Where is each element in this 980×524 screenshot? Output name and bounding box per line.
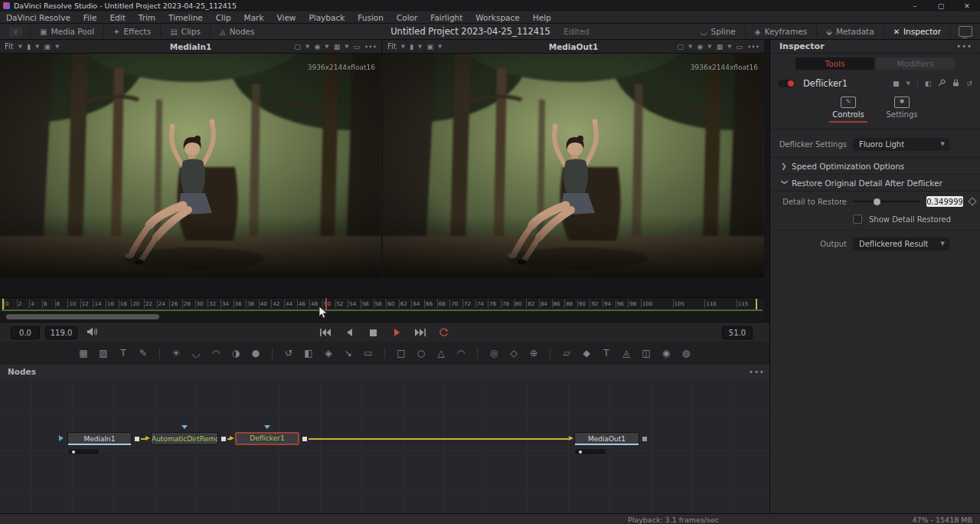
step-back-button[interactable]	[341, 326, 358, 339]
menu-trim[interactable]: Trim	[139, 13, 155, 22]
tool-merge-3d-icon[interactable]: ◬	[620, 348, 633, 359]
section-restore-detail[interactable]: ❯ Restore Original Detail After Deflicke…	[770, 175, 980, 192]
toolbar-button-effects[interactable]: ✦Effects	[104, 27, 160, 36]
toolbar-button-inspector[interactable]: ✕Inspector	[884, 27, 950, 36]
timeline-scrollbar[interactable]	[6, 314, 159, 319]
tool-tracker-icon[interactable]: ◎	[488, 348, 501, 359]
menu-color[interactable]: Color	[397, 13, 417, 22]
tool-merge-icon[interactable]: ◧	[302, 348, 315, 359]
menu-davinci-resolve[interactable]: DaVinci Resolve	[6, 13, 70, 22]
menu-clip[interactable]: Clip	[216, 13, 231, 22]
menu-timeline[interactable]: Timeline	[168, 13, 203, 22]
section-speed-optimization[interactable]: ❯ Speed Optimization Options	[770, 157, 980, 175]
menu-mark[interactable]: Mark	[244, 13, 264, 22]
toolbar-button-keyframes[interactable]: ◈Keyframes	[746, 27, 816, 36]
range-start-marker[interactable]	[2, 299, 4, 309]
lock-icon[interactable]	[952, 79, 959, 88]
node-automaticdirtremov[interactable]: AutomaticDirtRemov...	[151, 432, 218, 445]
subview-icon[interactable]: ▣	[44, 43, 51, 51]
tool-color-tool-icon[interactable]: ●	[250, 348, 263, 359]
interface-toggle-icon[interactable]: ∨	[9, 27, 22, 37]
nodes-options-icon[interactable]: •••	[749, 368, 765, 376]
stop-button[interactable]	[364, 326, 381, 339]
keyframe-diamond-icon[interactable]	[968, 197, 976, 205]
tool-polygon-mask-icon[interactable]: △	[435, 348, 448, 359]
maximize-button[interactable]: ▢	[928, 2, 954, 10]
minimize-button[interactable]: –	[902, 2, 928, 10]
menu-fairlight[interactable]: Fairlight	[430, 13, 462, 22]
menu-fusion[interactable]: Fusion	[358, 13, 384, 22]
viewer-image-media-in[interactable]: 3936x2144xfloat16	[0, 54, 381, 277]
close-button[interactable]: ✕	[954, 2, 980, 10]
node-output-square[interactable]	[221, 437, 226, 441]
menu-file[interactable]: File	[83, 13, 97, 22]
subtab-settings[interactable]: ✱ Settings	[882, 97, 922, 119]
show-detail-restored-checkbox[interactable]	[853, 215, 862, 224]
zoom-fit-dropdown[interactable]: Fit	[387, 42, 397, 51]
menu-playback[interactable]: Playback	[309, 13, 345, 22]
node-status-pill[interactable]	[67, 448, 100, 455]
tool-loader-icon[interactable]: ↺	[283, 348, 296, 359]
dual-screen-icon[interactable]	[959, 26, 972, 37]
roi-icon[interactable]: ▢	[294, 43, 301, 51]
menu-help[interactable]: Help	[533, 13, 551, 22]
viewer-options-icon[interactable]: •••	[747, 43, 760, 51]
tool-resize-icon[interactable]: ↘	[342, 348, 355, 359]
inspector-options-icon[interactable]: •••	[956, 42, 972, 51]
tool-ellipse-mask-icon[interactable]: ○	[415, 348, 428, 359]
menu-workspace[interactable]: Workspace	[475, 13, 519, 22]
node-color-icon[interactable]: ■	[893, 80, 900, 87]
subtab-controls[interactable]: ✎ Controls	[828, 97, 868, 123]
node-enable-toggle[interactable]	[778, 80, 795, 87]
menu-edit[interactable]: Edit	[109, 13, 125, 22]
pin-icon[interactable]	[938, 79, 946, 88]
tool-crop-icon[interactable]: ▭	[362, 348, 375, 359]
tool-color-corrector-icon[interactable]: ☀	[170, 348, 183, 359]
toolbar-button-metadata[interactable]: ⬙Metadata	[817, 27, 883, 36]
timeline-ruler[interactable]: 0246810121416182022242628303234363840424…	[0, 297, 764, 310]
detail-to-restore-slider[interactable]	[853, 201, 920, 202]
versions-icon[interactable]: ◧	[925, 80, 932, 87]
ab-buffer-icon[interactable]: ▮	[27, 43, 31, 51]
tool-shape-3d-icon[interactable]: ◆	[580, 348, 593, 359]
viewer-image-media-out[interactable]: 3936x2144xfloat16	[383, 54, 764, 277]
tool-bspline-mask-icon[interactable]: ◠	[455, 348, 468, 359]
tool-paint-icon[interactable]: ✎	[137, 348, 150, 359]
tool-renderer-3d-icon[interactable]: ◍	[680, 348, 693, 359]
tool-rectangle-mask-icon[interactable]: □	[395, 348, 408, 359]
reset-icon[interactable]: ↺	[966, 80, 972, 87]
tool-cube-3d-icon[interactable]: ◫	[640, 348, 653, 359]
tool-fast-noise-icon[interactable]: ▨	[97, 348, 110, 359]
toolbar-button-spline[interactable]: ◡Spline	[691, 27, 745, 36]
toolbar-button-clips[interactable]: ▤Clips	[161, 27, 210, 36]
tool-brightness-contrast-icon[interactable]: ◑	[230, 348, 243, 359]
tool-camera-3d-icon[interactable]: ◉	[660, 348, 673, 359]
ab-buffer-icon[interactable]: ▮	[410, 43, 413, 51]
toolbar-button-media-pool[interactable]: ▣Media Pool	[31, 27, 103, 36]
tool-color-curves-icon[interactable]: ◡	[190, 348, 203, 359]
tool-hue-curves-icon[interactable]: ◠	[210, 348, 223, 359]
go-to-start-button[interactable]	[317, 326, 334, 339]
node-graph-canvas[interactable]: MediaIn1AutomaticDirtRemov...Deflicker1M…	[0, 378, 769, 513]
roi-icon[interactable]: ▢	[677, 43, 684, 51]
loop-button[interactable]	[436, 326, 452, 339]
tool-planar-tracker-icon[interactable]: ◇	[508, 348, 521, 359]
node-output-square[interactable]	[642, 437, 647, 441]
tool-transform-icon[interactable]: ◈	[322, 348, 335, 359]
tool-camera-tracker-icon[interactable]: ⊕	[528, 348, 541, 359]
range-end-marker[interactable]	[756, 299, 757, 309]
go-to-end-button[interactable]	[412, 326, 429, 339]
menu-view[interactable]: View	[277, 13, 296, 22]
viewer-options-icon[interactable]: •••	[364, 43, 377, 51]
guides-grid-icon[interactable]: ▦	[334, 43, 341, 51]
detail-to-restore-value[interactable]: 0.349999	[926, 196, 963, 207]
tool-text-3d-icon[interactable]: T	[600, 348, 613, 359]
node-connection[interactable]	[309, 438, 569, 440]
tool-image-plane-3d-icon[interactable]: ▱	[560, 348, 573, 359]
output-dropdown[interactable]: Deflickered Result ▼	[853, 237, 949, 251]
zoom-fit-dropdown[interactable]: Fit	[5, 42, 14, 51]
deflicker-settings-dropdown[interactable]: Fluoro Light ▼	[853, 138, 949, 151]
node-output-square[interactable]	[302, 437, 307, 441]
node-mediaout1[interactable]: MediaOut1	[574, 432, 639, 445]
subview-icon[interactable]: ▣	[426, 43, 433, 51]
